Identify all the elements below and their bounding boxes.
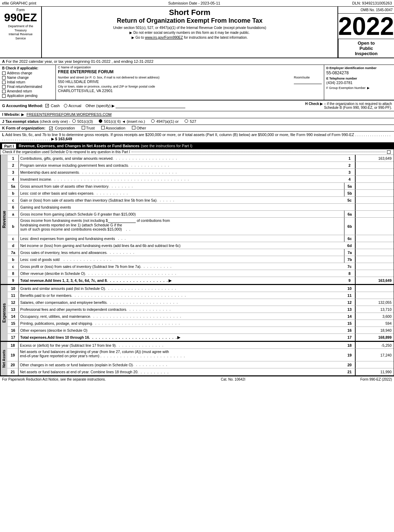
table-row: 15 Printing, publications, postage, and … <box>8 320 394 327</box>
accrual-radio[interactable] <box>64 104 67 107</box>
check-address-change: Address change <box>2 71 53 75</box>
org-city: CHARLOTTESVILLE, VA 22901 <box>58 89 322 93</box>
radio-4947[interactable] <box>151 119 155 123</box>
table-row: 13 Professional fees and other payments … <box>8 306 394 313</box>
table-row: 2 Program service revenue including gove… <box>8 162 394 169</box>
table-row: 5a Gross amount from sale of assets othe… <box>8 183 394 190</box>
table-row: b Less: cost of goods sold . . . . . . .… <box>8 256 394 263</box>
table-row: 7a Gross sales of inventory, less return… <box>8 249 394 256</box>
check-b-title: B Check if applicable: <box>2 66 53 70</box>
table-row: 6 Gaming and fundraising events <box>8 204 394 211</box>
website-section: I Website: ▶ FREEENTERPRISEFORUM.WORDPRE… <box>0 111 394 118</box>
corp-checkbox[interactable] <box>49 127 53 130</box>
form-org-section: K Form of organization: Corporation Trus… <box>0 125 394 132</box>
check-final-return-box[interactable] <box>2 85 6 89</box>
org-name-label: C Name of organization <box>58 66 322 69</box>
tax-exempt-note: (check only one) - <box>40 119 71 123</box>
other-radio[interactable] <box>132 126 135 129</box>
part1-subtitle: (see the instructions for Part I) <box>141 144 192 149</box>
line-l-value: $ 163,649 <box>55 137 72 141</box>
net-assets-side-label: Net Assets <box>0 342 7 375</box>
table-row: 16 Other expenses (describe in Schedule … <box>8 327 394 334</box>
title-section: Short Form Return of Organization Exempt… <box>42 7 338 58</box>
radio-501c3[interactable] <box>72 119 76 123</box>
header-center: Submission Date - 2023-05-11 <box>168 1 220 5</box>
top-section: Form 990EZ Department of the Treasury In… <box>0 7 394 58</box>
table-row: 18 Excess or (deficit) for the year (Sub… <box>7 342 394 349</box>
revenue-table: 1 Contributions, gifts, grants, and simi… <box>8 155 394 284</box>
footer-center: Cat. No. 10642I <box>221 377 245 381</box>
org-room-suite <box>294 80 322 84</box>
form-org-label: K Form of organization: <box>2 126 45 130</box>
assoc-radio[interactable] <box>101 126 105 129</box>
check-section: B Check if applicable: Address change Na… <box>0 65 394 100</box>
phone-value: (434) 220-0781 <box>326 81 392 85</box>
table-row: 11 Benefits paid to or for members . . .… <box>8 292 394 299</box>
trust-radio[interactable] <box>82 126 85 129</box>
footer-right: Form 990-EZ (2022) <box>360 377 392 381</box>
title-note2: ▶ Do not enter social security numbers o… <box>45 31 335 35</box>
table-row: 8 Other revenue (describe in Schedule O)… <box>8 270 394 277</box>
room-suite-label: Room/suite <box>294 76 322 79</box>
group-exempt: F Group Exemption Number ▶ <box>326 86 392 90</box>
acct-label: G Accounting Method: <box>2 104 43 108</box>
return-title: Return of Organization Exempt From Incom… <box>45 17 335 24</box>
cash-checkbox[interactable] <box>45 104 49 107</box>
acct-options: Cash Accrual Other (specify) ▶ <box>45 104 186 108</box>
check-name-change-box[interactable] <box>2 76 6 80</box>
acct-cash: Cash <box>45 104 60 108</box>
part1-check-box[interactable] <box>387 150 391 154</box>
check-initial-return-box[interactable] <box>2 81 6 84</box>
open-inspection-box: Open to Public Inspection <box>338 39 394 58</box>
h-check: H Check ▶ ○ if the organization is not r… <box>294 102 392 110</box>
check-address-change-box[interactable] <box>2 72 6 75</box>
employer-id-label: D Employer identification number <box>326 66 392 70</box>
short-form-title: Short Form <box>45 8 335 17</box>
check-final-return: Final return/terminated <box>2 85 53 89</box>
header-right: DLN: 93492131005263 <box>352 1 392 5</box>
part1-title: Revenue, Expenses, and Changes in Net As… <box>19 144 140 149</box>
address-row: Number and street (or P. O. box, if mail… <box>58 76 322 84</box>
header-left: efile GRAPHIC print <box>2 1 36 5</box>
form-number: 990EZ <box>4 12 37 23</box>
right-box: OMB No. 1545-0047 2022 Open to Public In… <box>338 7 394 58</box>
net-assets-section: Net Assets 18 Excess or (deficit) for th… <box>0 341 394 376</box>
check-amended-return: Amended return <box>2 89 53 93</box>
tax-exempt-label: J Tax-exempt status <box>2 119 39 123</box>
form-dept: Department of the Treasury Internal Reve… <box>8 24 33 41</box>
part1-header: Part I Revenue, Expenses, and Changes in… <box>0 143 394 149</box>
radio-501c6[interactable] <box>99 119 102 123</box>
part1-check[interactable] <box>387 144 391 148</box>
part1-label: Part I <box>2 144 16 149</box>
footer: For Paperwork Reduction Act Notice, see … <box>0 376 394 382</box>
acct-accrual: Accrual <box>64 104 81 108</box>
header-bar: efile GRAPHIC print Submission Date - 20… <box>0 0 394 7</box>
expenses-table: 10 Grants and similar amounts paid (list… <box>8 285 394 341</box>
accounting-section: G Accounting Method: Cash Accrual Other … <box>0 100 394 111</box>
part1-check-note: Check if the organization used Schedule … <box>0 149 394 155</box>
table-row: 3 Membership dues and assessments . . . … <box>8 169 394 176</box>
table-row: c Gain or (loss) from sale of assets oth… <box>8 197 394 204</box>
check-initial-return: Initial return <box>2 80 53 84</box>
radio-527[interactable] <box>185 119 188 123</box>
phone-label: E Telephone number <box>326 77 392 80</box>
table-row: 9 Total revenue. Add lines 1, 2, 3, 4, 5… <box>8 277 394 284</box>
table-row: 12 Salaries, other compensation, and emp… <box>8 299 394 306</box>
check-application-pending-box[interactable] <box>2 94 6 98</box>
expenses-section: Expenses 10 Grants and similar amounts p… <box>0 284 394 341</box>
table-row: 19 Net assets or fund balances at beginn… <box>7 349 394 361</box>
acct-other: Other (specify) ▶ <box>86 104 185 108</box>
table-row: c Gross profit or (loss) from sales of i… <box>8 263 394 270</box>
org-address: 550 HILLSDALE DRIVE <box>58 80 159 84</box>
check-name-change: Name change <box>2 76 53 80</box>
net-assets-table: 18 Excess or (deficit) for the year (Sub… <box>7 342 394 375</box>
table-row: c Less: direct expenses from gaming and … <box>8 235 394 242</box>
table-row: a Gross income from gaming (attach Sched… <box>8 211 394 218</box>
year-box: 2022 <box>338 14 394 39</box>
table-row: 14 Occupancy, rent, utilities, and maint… <box>8 313 394 320</box>
section-a: A For the 2022 calendar year, or tax yea… <box>0 58 394 65</box>
check-amended-return-box[interactable] <box>2 90 6 93</box>
footer-left: For Paperwork Reduction Act Notice, see … <box>2 377 106 381</box>
address-label: Number and street (or P. O. box, if mail… <box>58 76 159 79</box>
title-note3: ▶ Go to www.irs.gov/Form990EZ for instru… <box>45 36 335 39</box>
